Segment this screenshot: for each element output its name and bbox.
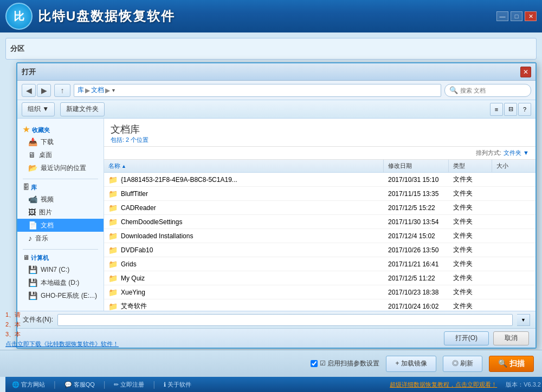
folder-icon: ♪ <box>28 234 32 243</box>
search-box[interactable]: 🔍 <box>444 84 531 97</box>
library-title: 文档库 <box>111 123 529 136</box>
sidebar-item-d-drive[interactable]: 💾 本地磁盘 (D:) <box>17 276 104 289</box>
folder-icon: 📥 <box>28 138 37 146</box>
file-icon: 📁 <box>108 232 118 240</box>
sidebar-item-e-drive[interactable]: 💾 GHO-PE系统 (E:...) <box>17 289 104 302</box>
table-row[interactable]: 📁 Downloaded Installations 2017/12/4 15:… <box>104 229 535 243</box>
back-button[interactable]: ◀ <box>22 84 36 97</box>
table-row[interactable]: 📁 My Quiz 2017/12/5 11:22 文件夹 <box>104 271 535 285</box>
file-table: 名称 ▲ 修改日期 类型 大小 <box>104 160 535 311</box>
breadcrumb: 库 ▶ 文档 ▶ ▼ <box>74 84 441 97</box>
scan-button[interactable]: 🔍 扫描 <box>489 356 534 372</box>
title-controls: — □ ✕ <box>496 11 537 21</box>
footer-register[interactable]: ✏ 立即注册 <box>114 381 144 389</box>
dialog-content: ★ 收藏夹 📥 下载 🖥 桌面 📂 最近访问的位置 <box>17 119 535 311</box>
minimize-button[interactable]: — <box>496 11 508 21</box>
drive-icon: 💾 <box>28 265 37 274</box>
th-size[interactable]: 大小 <box>492 160 535 172</box>
file-icon: 📁 <box>108 246 118 254</box>
refresh-button[interactable]: ◎ 刷新 <box>443 356 482 372</box>
table-row[interactable]: 📁 CADReader 2017/12/5 15:22 文件夹 <box>104 201 535 215</box>
th-date[interactable]: 修改日期 <box>384 160 449 172</box>
toolbar: 组织 ▼ 新建文件夹 ≡ ⊟ ? <box>17 100 535 119</box>
file-list-area: 文档库 包括: 2 个位置 排列方式: 文件夹 ▼ 名称 ▲ 修改日期 <box>104 119 535 311</box>
search-input[interactable] <box>460 87 526 94</box>
note-3: 3、本 <box>5 329 119 339</box>
file-icon: 📁 <box>108 218 118 226</box>
promo-link[interactable]: 点击立即下载《比特数据恢复软件》软件！ <box>5 341 119 347</box>
table-row[interactable]: 📁 ChemDoodleSettings 2017/11/30 13:54 文件… <box>104 215 535 229</box>
table-row[interactable]: 📁 艾奇软件 2017/10/24 16:02 文件夹 <box>104 299 535 311</box>
folder-icon: 🖼 <box>28 208 36 217</box>
notes-section: 1、请 2、本 3、本 点击立即下载《比特数据恢复软件》软件！ <box>5 310 119 349</box>
view-details-button[interactable]: ⊟ <box>504 103 517 116</box>
new-folder-button[interactable]: 新建文件夹 <box>60 102 105 116</box>
breadcrumb-library[interactable]: 库 <box>78 86 84 95</box>
breadcrumb-docs[interactable]: 文档 <box>91 86 104 95</box>
filename-dropdown[interactable]: ▼ <box>517 314 530 326</box>
title-bar: 比 比特U盘数据恢复软件 — □ ✕ <box>0 0 542 32</box>
app-title: 比特U盘数据恢复软件 <box>38 8 175 25</box>
table-row[interactable]: 📁 XueYing 2017/10/23 18:38 文件夹 <box>104 285 535 299</box>
favorites-title: ★ 收藏夹 <box>17 123 104 135</box>
help-button[interactable]: ? <box>518 103 531 116</box>
sort-bar: 排列方式: 文件夹 ▼ <box>104 147 535 160</box>
maximize-button[interactable]: □ <box>511 11 522 21</box>
sort-value[interactable]: 文件夹 ▼ <box>504 149 529 157</box>
file-icon: 📁 <box>108 288 118 297</box>
open-button[interactable]: 打开(O) <box>444 331 489 345</box>
footer-about[interactable]: ℹ 关于软件 <box>164 381 191 389</box>
dialog-titlebar: 打开 ✕ <box>17 63 535 81</box>
table-row[interactable]: 📁 DVDFab10 2017/10/26 13:50 文件夹 <box>104 243 535 257</box>
cancel-button[interactable]: 取消 <box>493 331 529 345</box>
close-button[interactable]: ✕ <box>525 11 537 21</box>
sidebar-item-video[interactable]: 📹 视频 <box>17 193 104 206</box>
load-image-button[interactable]: + 加载镜像 <box>386 356 436 372</box>
table-row[interactable]: 📁 {1A881453-21F8-4E9A-B8C8-5C1A19... 201… <box>104 173 535 187</box>
filename-input[interactable] <box>57 314 513 326</box>
checkbox-input[interactable] <box>311 360 318 367</box>
main-area: 分区 打开 ✕ ◀ ▶ ↑ 库 ▶ 文档 ▶ ▼ 🔍 <box>0 32 542 392</box>
file-icon: 📁 <box>108 260 118 269</box>
breadcrumb-dropdown[interactable]: ▼ <box>111 88 116 93</box>
th-type[interactable]: 类型 <box>449 160 492 172</box>
footer-promo-link[interactable]: 超级详细数据恢复教程，点击立即观看！ <box>390 381 497 389</box>
note-2: 2、本 <box>5 319 119 329</box>
footer-qq[interactable]: 💬 客服QQ <box>64 381 95 389</box>
folder-icon: 📄 <box>28 221 37 230</box>
app-logo: 比 <box>5 3 33 30</box>
scan-settings-checkbox[interactable]: ☑ 启用扫描参数设置 <box>311 359 379 368</box>
table-row[interactable]: 📁 BluffTitler 2017/11/15 13:35 文件夹 <box>104 187 535 201</box>
sidebar-item-documents[interactable]: 📄 文档 <box>17 219 104 232</box>
drive-icon: 💾 <box>28 291 37 300</box>
computer-title: 🖥 计算机 <box>17 252 104 263</box>
partition-title: 分区 <box>10 44 24 54</box>
sort-label: 排列方式: <box>476 149 501 157</box>
th-name[interactable]: 名称 ▲ <box>104 160 384 172</box>
library-group-title: 🗄 库 <box>17 181 104 193</box>
library-group: 🗄 库 📹 视频 🖼 图片 📄 文档 <box>17 181 104 245</box>
dialog-close-button[interactable]: ✕ <box>520 67 531 77</box>
up-button[interactable]: ↑ <box>54 84 70 97</box>
sidebar-item-recent[interactable]: 📂 最近访问的位置 <box>17 161 104 174</box>
favorites-group: ★ 收藏夹 📥 下载 🖥 桌面 📂 最近访问的位置 <box>17 123 104 174</box>
partition-panel: 分区 <box>5 38 537 60</box>
forward-button[interactable]: ▶ <box>37 84 51 97</box>
file-icon: 📁 <box>108 190 118 198</box>
sidebar-item-desktop[interactable]: 🖥 桌面 <box>17 148 104 161</box>
library-subtitle: 包括: 2 个位置 <box>111 136 529 144</box>
footer-website[interactable]: 🌐 官方网站 <box>12 381 45 389</box>
organize-button[interactable]: 组织 ▼ <box>22 102 55 116</box>
sidebar: ★ 收藏夹 📥 下载 🖥 桌面 📂 最近访问的位置 <box>17 119 104 311</box>
table-header: 名称 ▲ 修改日期 类型 大小 <box>104 160 535 173</box>
sidebar-item-c-drive[interactable]: 💾 WIN7 (C:) <box>17 263 104 276</box>
sidebar-item-pictures[interactable]: 🖼 图片 <box>17 206 104 219</box>
file-rows-container: 📁 {1A881453-21F8-4E9A-B8C8-5C1A19... 201… <box>104 173 535 311</box>
computer-group: 🖥 计算机 💾 WIN7 (C:) 💾 本地磁盘 (D:) 💾 GHO-PE系统… <box>17 252 104 302</box>
file-icon: 📁 <box>108 274 118 283</box>
sidebar-item-music[interactable]: ♪ 音乐 <box>17 232 104 245</box>
sidebar-item-downloads[interactable]: 📥 下载 <box>17 135 104 148</box>
folder-icon: 🖥 <box>28 151 36 159</box>
view-toggle-button[interactable]: ≡ <box>490 103 503 116</box>
table-row[interactable]: 📁 Grids 2017/11/21 16:41 文件夹 <box>104 257 535 271</box>
